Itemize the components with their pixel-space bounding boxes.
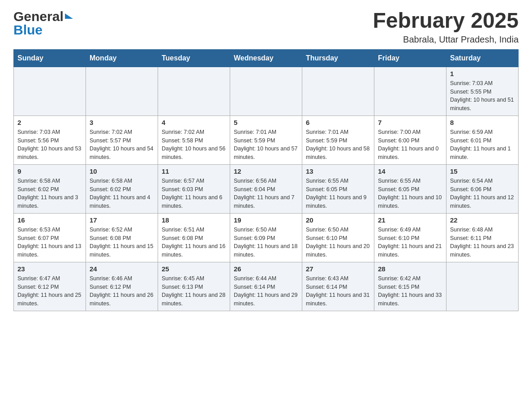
day-info: Sunrise: 6:48 AMSunset: 6:11 PMDaylight:… — [450, 226, 515, 259]
day-info: Sunrise: 6:43 AMSunset: 6:14 PMDaylight:… — [306, 274, 370, 308]
logo-blue-text: Blue — [13, 22, 43, 38]
calendar-week-row: 23Sunrise: 6:47 AMSunset: 6:12 PMDayligh… — [14, 262, 519, 311]
day-info: Sunrise: 6:58 AMSunset: 6:02 PMDaylight:… — [17, 177, 82, 210]
day-info: Sunrise: 6:58 AMSunset: 6:02 PMDaylight:… — [90, 177, 154, 210]
day-info: Sunrise: 6:47 AMSunset: 6:12 PMDaylight:… — [17, 274, 82, 308]
day-number: 13 — [306, 167, 370, 175]
day-info: Sunrise: 6:44 AMSunset: 6:14 PMDaylight:… — [234, 274, 298, 308]
day-number: 3 — [90, 119, 154, 126]
day-info: Sunrise: 6:55 AMSunset: 6:05 PMDaylight:… — [306, 177, 370, 210]
month-title: February 2025 — [373, 9, 519, 33]
day-info: Sunrise: 6:55 AMSunset: 6:05 PMDaylight:… — [378, 177, 442, 210]
calendar-cell: 1Sunrise: 7:03 AMSunset: 5:55 PMDaylight… — [446, 67, 519, 116]
day-info: Sunrise: 6:50 AMSunset: 6:10 PMDaylight:… — [306, 226, 370, 259]
day-number: 15 — [450, 167, 515, 175]
day-number: 1 — [450, 70, 515, 77]
day-number: 17 — [90, 216, 154, 224]
calendar-cell: 7Sunrise: 7:00 AMSunset: 6:00 PMDaylight… — [374, 116, 446, 164]
day-number: 5 — [234, 119, 298, 126]
calendar-cell: 22Sunrise: 6:48 AMSunset: 6:11 PMDayligh… — [446, 213, 519, 262]
calendar-week-row: 2Sunrise: 7:03 AMSunset: 5:56 PMDaylight… — [14, 116, 519, 164]
calendar-cell: 8Sunrise: 6:59 AMSunset: 6:01 PMDaylight… — [446, 116, 519, 164]
day-info: Sunrise: 7:02 AMSunset: 5:58 PMDaylight:… — [162, 128, 226, 162]
col-saturday: Saturday — [446, 49, 519, 67]
day-number: 9 — [17, 167, 82, 175]
calendar-cell: 6Sunrise: 7:01 AMSunset: 5:59 PMDaylight… — [302, 116, 374, 164]
calendar-cell: 14Sunrise: 6:55 AMSunset: 6:05 PMDayligh… — [374, 164, 446, 213]
day-number: 12 — [234, 167, 298, 175]
day-number: 20 — [306, 216, 370, 224]
calendar-cell: 12Sunrise: 6:56 AMSunset: 6:04 PMDayligh… — [230, 164, 302, 213]
logo-line1: General — [13, 9, 73, 24]
calendar-cell: 23Sunrise: 6:47 AMSunset: 6:12 PMDayligh… — [14, 262, 86, 311]
calendar-cell — [446, 262, 519, 311]
calendar-cell: 9Sunrise: 6:58 AMSunset: 6:02 PMDaylight… — [14, 164, 86, 213]
calendar-cell — [374, 67, 446, 116]
location-title: Babrala, Uttar Pradesh, India — [373, 34, 519, 45]
day-number: 4 — [162, 119, 226, 126]
calendar-week-row: 16Sunrise: 6:53 AMSunset: 6:07 PMDayligh… — [14, 213, 519, 262]
header-area: General Blue February 2025 Babrala, Utta… — [13, 9, 519, 45]
day-number: 25 — [162, 265, 226, 273]
logo-general-text: General — [13, 9, 64, 24]
day-number: 7 — [378, 119, 442, 126]
day-info: Sunrise: 7:01 AMSunset: 5:59 PMDaylight:… — [234, 128, 298, 162]
calendar-week-row: 1Sunrise: 7:03 AMSunset: 5:55 PMDaylight… — [14, 67, 519, 116]
day-number: 18 — [162, 216, 226, 224]
day-number: 28 — [378, 265, 442, 273]
logo-triangle-icon — [65, 13, 73, 19]
calendar-cell — [230, 67, 302, 116]
calendar-cell: 27Sunrise: 6:43 AMSunset: 6:14 PMDayligh… — [302, 262, 374, 311]
calendar-cell: 11Sunrise: 6:57 AMSunset: 6:03 PMDayligh… — [158, 164, 230, 213]
col-friday: Friday — [374, 49, 446, 67]
day-number: 8 — [450, 119, 515, 126]
day-info: Sunrise: 6:53 AMSunset: 6:07 PMDaylight:… — [17, 226, 82, 259]
calendar-cell — [14, 67, 86, 116]
day-info: Sunrise: 6:46 AMSunset: 6:12 PMDaylight:… — [90, 274, 154, 308]
calendar-week-row: 9Sunrise: 6:58 AMSunset: 6:02 PMDaylight… — [14, 164, 519, 213]
calendar-cell: 20Sunrise: 6:50 AMSunset: 6:10 PMDayligh… — [302, 213, 374, 262]
col-wednesday: Wednesday — [230, 49, 302, 67]
day-info: Sunrise: 7:02 AMSunset: 5:57 PMDaylight:… — [90, 128, 154, 162]
day-info: Sunrise: 6:50 AMSunset: 6:09 PMDaylight:… — [234, 226, 298, 259]
day-info: Sunrise: 6:42 AMSunset: 6:15 PMDaylight:… — [378, 274, 442, 308]
day-info: Sunrise: 6:54 AMSunset: 6:06 PMDaylight:… — [450, 177, 515, 210]
col-thursday: Thursday — [302, 49, 374, 67]
day-info: Sunrise: 6:51 AMSunset: 6:08 PMDaylight:… — [162, 226, 226, 259]
day-info: Sunrise: 7:00 AMSunset: 6:00 PMDaylight:… — [378, 128, 442, 162]
day-number: 27 — [306, 265, 370, 273]
day-info: Sunrise: 7:03 AMSunset: 5:55 PMDaylight:… — [450, 79, 515, 113]
calendar-cell: 25Sunrise: 6:45 AMSunset: 6:13 PMDayligh… — [158, 262, 230, 311]
calendar-cell: 19Sunrise: 6:50 AMSunset: 6:09 PMDayligh… — [230, 213, 302, 262]
day-number: 21 — [378, 216, 442, 224]
calendar-cell: 16Sunrise: 6:53 AMSunset: 6:07 PMDayligh… — [14, 213, 86, 262]
logo: General Blue — [13, 9, 73, 38]
calendar-cell: 13Sunrise: 6:55 AMSunset: 6:05 PMDayligh… — [302, 164, 374, 213]
day-number: 22 — [450, 216, 515, 224]
day-number: 16 — [17, 216, 82, 224]
title-area: February 2025 Babrala, Uttar Pradesh, In… — [373, 9, 519, 45]
col-monday: Monday — [86, 49, 158, 67]
calendar-cell: 17Sunrise: 6:52 AMSunset: 6:08 PMDayligh… — [86, 213, 158, 262]
day-info: Sunrise: 6:49 AMSunset: 6:10 PMDaylight:… — [378, 226, 442, 259]
calendar-cell: 3Sunrise: 7:02 AMSunset: 5:57 PMDaylight… — [86, 116, 158, 164]
day-number: 10 — [90, 167, 154, 175]
day-info: Sunrise: 7:01 AMSunset: 5:59 PMDaylight:… — [306, 128, 370, 162]
calendar-cell: 5Sunrise: 7:01 AMSunset: 5:59 PMDaylight… — [230, 116, 302, 164]
calendar-cell — [158, 67, 230, 116]
day-info: Sunrise: 6:56 AMSunset: 6:04 PMDaylight:… — [234, 177, 298, 210]
day-info: Sunrise: 6:59 AMSunset: 6:01 PMDaylight:… — [450, 128, 515, 162]
calendar-table: Sunday Monday Tuesday Wednesday Thursday… — [13, 49, 519, 311]
day-number: 14 — [378, 167, 442, 175]
day-number: 23 — [17, 265, 82, 273]
col-sunday: Sunday — [14, 49, 86, 67]
calendar-cell: 28Sunrise: 6:42 AMSunset: 6:15 PMDayligh… — [374, 262, 446, 311]
day-number: 6 — [306, 119, 370, 126]
calendar-cell: 10Sunrise: 6:58 AMSunset: 6:02 PMDayligh… — [86, 164, 158, 213]
day-info: Sunrise: 6:57 AMSunset: 6:03 PMDaylight:… — [162, 177, 226, 210]
calendar-header-row: Sunday Monday Tuesday Wednesday Thursday… — [14, 49, 519, 67]
calendar-cell: 2Sunrise: 7:03 AMSunset: 5:56 PMDaylight… — [14, 116, 86, 164]
calendar-cell: 21Sunrise: 6:49 AMSunset: 6:10 PMDayligh… — [374, 213, 446, 262]
day-number: 2 — [17, 119, 82, 126]
day-number: 11 — [162, 167, 226, 175]
